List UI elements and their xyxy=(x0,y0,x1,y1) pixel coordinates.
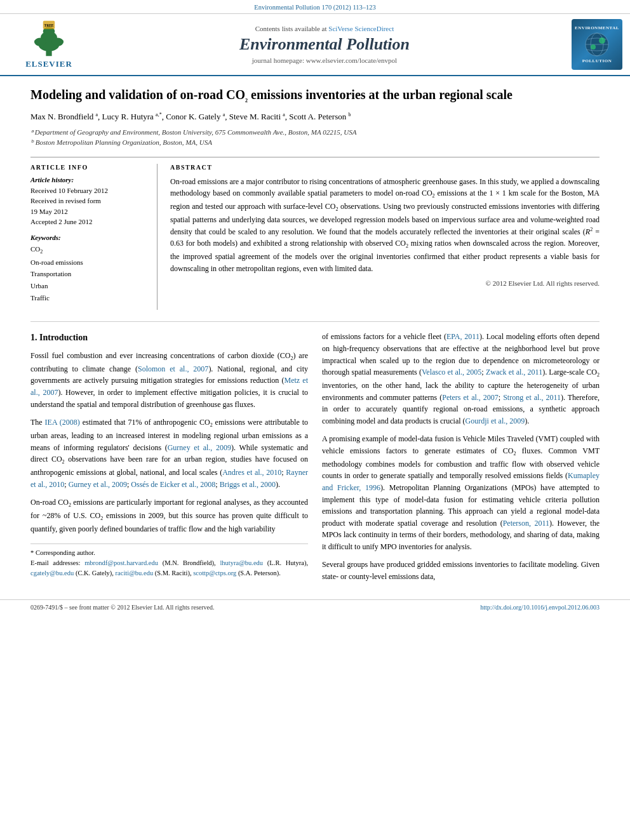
doi-line: http://dx.doi.org/10.1016/j.envpol.2012.… xyxy=(480,604,600,611)
abstract-panel: ABSTRACT On-road emissions are a major c… xyxy=(170,164,600,310)
ref-iea[interactable]: IEA (2008) xyxy=(45,418,80,427)
info-abstract-section: ARTICLE INFO Article history: Received 1… xyxy=(30,157,600,310)
received-date2: 19 May 2012 xyxy=(30,206,148,217)
intro-para2: The IEA (2008) estimated that 71% of ant… xyxy=(30,417,308,490)
svg-point-5 xyxy=(52,38,64,46)
accepted-date: Accepted 2 June 2012 xyxy=(30,217,148,227)
journal-title: Environmental Pollution xyxy=(97,35,553,54)
ref-velasco[interactable]: Velasco et al., 2005 xyxy=(422,368,481,377)
journal-header: TREE ELSEVIER Contents lists available a… xyxy=(0,14,630,76)
sciverse-link[interactable]: SciVerse ScienceDirect xyxy=(328,25,394,32)
received-revised-label: Received in revised form xyxy=(30,196,148,206)
article-history: Article history: Received 10 February 20… xyxy=(30,176,148,227)
ref-zwack[interactable]: Zwack et al., 2011 xyxy=(486,368,542,377)
intro-heading: 1. Introduction xyxy=(30,331,308,345)
abstract-text: On-road emissions are a major contributo… xyxy=(170,176,600,274)
email-link2[interactable]: lhutyra@bu.edu xyxy=(220,559,263,566)
journal-reference: Environmental Pollution 170 (2012) 113–1… xyxy=(0,0,630,14)
badge-poll-text: POLLUTION xyxy=(582,58,612,63)
ref-strong[interactable]: Strong et al., 2011 xyxy=(503,393,561,402)
ref-gurney2[interactable]: Gurney et al., 2009 xyxy=(69,480,127,489)
email-link5[interactable]: scottp@ctps.org xyxy=(193,570,236,577)
sciverse-line: Contents lists available at SciVerse Sci… xyxy=(97,25,553,32)
affiliation-a: ᵃ Department of Geography and Environmen… xyxy=(30,127,600,138)
body-right-column: of emissions factors for a vehicle fleet… xyxy=(322,331,600,589)
abstract-label: ABSTRACT xyxy=(170,164,600,171)
journal-name-area: Contents lists available at SciVerse Sci… xyxy=(97,25,553,64)
svg-point-11 xyxy=(599,37,605,44)
ref-gourdji[interactable]: Gourdji et al., 2009 xyxy=(466,417,525,425)
doi-link[interactable]: http://dx.doi.org/10.1016/j.envpol.2012.… xyxy=(480,604,600,611)
authors-line: Max N. Brondfield a, Lucy R. Hutyra a,*,… xyxy=(30,110,600,123)
ref-andres[interactable]: Andres et al., 2010 xyxy=(222,468,281,477)
ref-osses[interactable]: Ossés de Eicker et al., 2008 xyxy=(131,480,215,489)
affiliation-b: ᵇ Boston Metropolitan Planning Organizat… xyxy=(30,137,600,148)
issn-line: 0269-7491/$ – see front matter © 2012 El… xyxy=(30,604,214,611)
elsevier-brand: ELSEVIER xyxy=(25,59,72,69)
affiliations: ᵃ Department of Geography and Environmen… xyxy=(30,127,600,148)
right-para1: of emissions factors for a vehicle fleet… xyxy=(322,331,600,427)
journal-badge-area: ENVIRONMENTAL POLLUTION xyxy=(559,19,622,70)
history-label: Article history: xyxy=(30,176,148,183)
corresponding-note: * Corresponding author. xyxy=(30,548,308,558)
ref-metz[interactable]: Metz et al., 2007 xyxy=(30,376,308,397)
ref-gurney1[interactable]: Gurney et al., 2009 xyxy=(168,443,231,452)
emails-note: E-mail addresses: mbrondf@post.harvard.e… xyxy=(30,558,308,578)
svg-text:TREE: TREE xyxy=(44,23,53,27)
elsevier-tree-icon: TREE xyxy=(23,20,74,58)
intro-para1: Fossil fuel combustion and ever increasi… xyxy=(30,350,308,410)
intro-para3: On-road CO2 emissions are particularly i… xyxy=(30,497,308,535)
keywords-label: Keywords: xyxy=(30,234,148,241)
svg-point-4 xyxy=(34,38,46,46)
svg-point-12 xyxy=(591,44,596,50)
email-link1[interactable]: mbrondf@post.harvard.edu xyxy=(84,559,158,566)
right-para3: Several groups have produced gridded emi… xyxy=(322,559,600,582)
bottom-footer: 0269-7491/$ – see front matter © 2012 El… xyxy=(0,599,630,613)
journal-badge: ENVIRONMENTAL POLLUTION xyxy=(572,19,622,70)
email-link4[interactable]: raciti@bu.edu xyxy=(116,570,154,577)
elsevier-logo-area: TREE ELSEVIER xyxy=(8,20,90,69)
badge-globe-icon xyxy=(584,32,610,57)
footnote-area: * Corresponding author. E-mail addresses… xyxy=(30,543,308,578)
right-para2: A promising example of model-data fusion… xyxy=(322,433,600,552)
keywords-block: Keywords: CO2On-road emissionsTransporta… xyxy=(30,234,148,304)
ref-kumapley[interactable]: Kumapley and Fricker, 1996 xyxy=(322,471,600,492)
journal-homepage: journal homepage: www.elsevier.com/locat… xyxy=(97,57,553,64)
email-link3[interactable]: cgately@bu.edu xyxy=(30,570,74,577)
ref-peterson[interactable]: Peterson, 2011 xyxy=(503,519,549,528)
article-info-label: ARTICLE INFO xyxy=(30,164,148,171)
ref-solomon[interactable]: Solomon et al., 2007 xyxy=(138,364,208,373)
ref-peters[interactable]: Peters et al., 2007 xyxy=(442,393,499,402)
body-columns: 1. Introduction Fossil fuel combustion a… xyxy=(30,321,600,589)
article-title: Modeling and validation of on-road CO2 e… xyxy=(30,86,600,104)
copyright-line: © 2012 Elsevier Ltd. All rights reserved… xyxy=(170,279,600,287)
received-date1: Received 10 February 2012 xyxy=(30,185,148,196)
main-content: Modeling and validation of on-road CO2 e… xyxy=(0,76,630,599)
ref-briggs[interactable]: Briggs et al., 2000 xyxy=(220,480,276,489)
article-info-panel: ARTICLE INFO Article history: Received 1… xyxy=(30,164,158,310)
badge-env-text: ENVIRONMENTAL xyxy=(575,25,619,30)
ref-epa[interactable]: EPA, 2011 xyxy=(446,332,479,341)
keywords-list: CO2On-road emissionsTransportationUrbanT… xyxy=(30,243,148,304)
body-left-column: 1. Introduction Fossil fuel combustion a… xyxy=(30,331,308,589)
